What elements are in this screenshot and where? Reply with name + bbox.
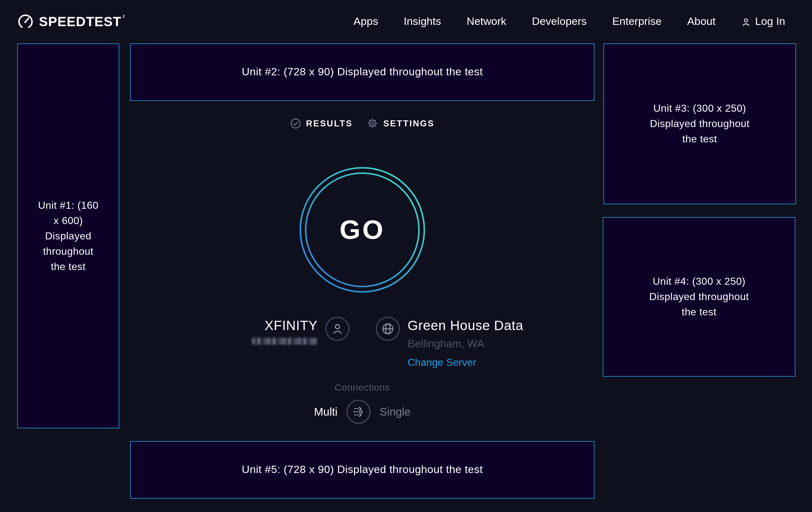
isp-name: XFINITY: [252, 317, 318, 332]
ad-unit-2-text: Unit #2: (728 x 90) Displayed throughout…: [242, 64, 483, 80]
ad-unit-1[interactable]: Unit #1: (160 x 600) Displayed throughou…: [17, 44, 119, 428]
user-icon: [330, 322, 344, 336]
nav-about[interactable]: About: [687, 15, 716, 28]
nav-network[interactable]: Network: [467, 15, 506, 28]
connection-info: XFINITY Green House Data Belling: [130, 317, 594, 374]
nav-insights[interactable]: Insights: [404, 15, 441, 28]
ad-unit-3[interactable]: Unit #3: (300 x 250) Displayed throughou…: [603, 44, 796, 204]
login-button[interactable]: Log In: [741, 15, 785, 28]
ad-unit-3-text: Unit #3: (300 x 250) Displayed throughou…: [644, 101, 756, 147]
nav-developers[interactable]: Developers: [532, 15, 587, 28]
connections-multi-option[interactable]: Multi: [314, 405, 338, 419]
isp-block: XFINITY: [252, 317, 318, 345]
tab-settings-label: SETTINGS: [383, 118, 435, 128]
check-circle-icon: [290, 118, 301, 129]
speedtest-page: SPEEDTEST Apps Insights Network Develope…: [0, 0, 812, 512]
go-button-label: GO: [298, 166, 426, 294]
connections-label: Connections: [130, 382, 594, 393]
ad-unit-5[interactable]: Unit #5: (728 x 90) Displayed throughout…: [130, 441, 594, 498]
server-location: Bellingham, WA: [408, 338, 523, 350]
connections-single-option[interactable]: Single: [379, 405, 410, 419]
server-name: Green House Data: [408, 317, 523, 332]
top-nav: Apps Insights Network Developers Enterpr…: [353, 0, 785, 44]
change-server-link[interactable]: Change Server: [408, 357, 523, 368]
nav-apps[interactable]: Apps: [353, 15, 378, 28]
connections-toggle: Multi Single: [130, 400, 594, 424]
person-icon: [741, 17, 750, 26]
logo-wordmark: SPEEDTEST: [39, 14, 121, 29]
gear-icon: [367, 117, 378, 129]
ad-unit-5-text: Unit #5: (728 x 90) Displayed throughout…: [242, 462, 483, 478]
ad-unit-4-text: Unit #4: (300 x 250) Displayed throughou…: [643, 274, 755, 320]
multi-connections-icon: [348, 400, 369, 424]
nav-enterprise[interactable]: Enterprise: [612, 15, 662, 28]
login-label: Log In: [755, 15, 785, 28]
ad-unit-1-text: Unit #1: (160 x 600) Displayed throughou…: [36, 197, 101, 274]
tab-bar: RESULTS SETTINGS: [130, 117, 594, 129]
isp-ip-redacted: [252, 338, 318, 345]
server-globe-icon-circle: [376, 317, 400, 341]
ad-unit-2[interactable]: Unit #2: (728 x 90) Displayed throughout…: [130, 44, 594, 101]
speedometer-icon: [17, 14, 34, 30]
tab-results-label: RESULTS: [306, 118, 352, 128]
server-block: Green House Data Bellingham, WA Change S…: [408, 317, 523, 368]
go-button[interactable]: GO: [298, 166, 426, 294]
speedtest-logo[interactable]: SPEEDTEST: [17, 14, 121, 30]
globe-icon: [381, 322, 395, 336]
tab-settings[interactable]: SETTINGS: [367, 117, 435, 129]
connections-toggle-button[interactable]: [346, 400, 371, 424]
ad-unit-4[interactable]: Unit #4: (300 x 250) Displayed throughou…: [603, 217, 795, 377]
isp-user-icon-circle: [325, 317, 350, 341]
isp-section: XFINITY: [252, 317, 350, 345]
server-section: Green House Data Bellingham, WA Change S…: [376, 317, 523, 368]
tab-results[interactable]: RESULTS: [290, 118, 352, 129]
